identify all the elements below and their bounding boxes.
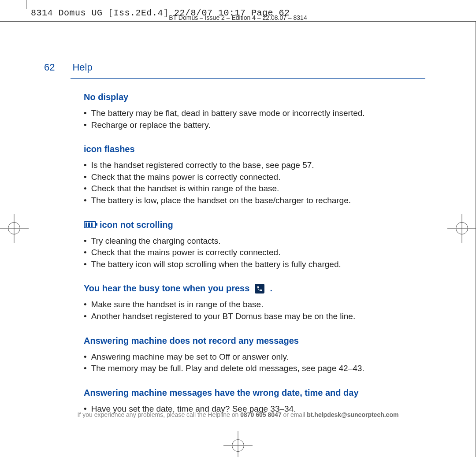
subheading-icon-not-scrolling: icon not scrolling <box>84 220 425 230</box>
crop-mark <box>0 21 26 22</box>
footer-text-mid: or email <box>283 411 307 418</box>
page-number: 62 <box>44 62 55 73</box>
subheading-am-wrong-date: Answering machine messages have the wron… <box>84 388 425 398</box>
title-rule <box>71 78 425 79</box>
list-no-display: The battery may be flat, dead in battery… <box>84 108 425 131</box>
subheading-am-no-record: Answering machine does not record any me… <box>84 336 425 346</box>
footer-text-pre: If you experience any problems, please c… <box>78 411 241 418</box>
list-am-no-record: Answering machine may be set to Off or a… <box>84 351 425 375</box>
list-item: The battery icon will stop scrolling whe… <box>84 259 425 271</box>
call-key-icon <box>255 284 264 294</box>
list-item: The battery may be flat, dead in battery… <box>84 108 425 119</box>
subheading-busy-tone: You hear the busy tone when you press . <box>84 283 425 294</box>
list-item: Another handset registered to your BT Do… <box>84 311 425 323</box>
list-item: Check that the mains power is correctly … <box>84 171 425 183</box>
list-item: Answering machine may be set to Off or a… <box>84 351 425 363</box>
list-item: Recharge or replace the battery. <box>84 119 425 131</box>
doc-version-header: BT Domus – Issue 2 – Edition 4 – 22.08.0… <box>0 14 476 21</box>
list-item: Make sure the handset is in range of the… <box>84 299 425 311</box>
subheading-text-b: . <box>270 283 272 294</box>
list-item: Check that the mains power is correctly … <box>84 247 425 259</box>
list-item: Is the handset registered correctly to t… <box>84 160 425 171</box>
subheading-no-display: No display <box>84 92 425 102</box>
list-item: Try cleaning the charging contacts. <box>84 235 425 247</box>
footer-help: If you experience any problems, please c… <box>0 411 476 418</box>
subheading-icon-flashes: icon flashes <box>84 144 425 154</box>
subheading-text: icon not scrolling <box>100 220 173 230</box>
list-busy-tone: Make sure the handset is in range of the… <box>84 299 425 322</box>
battery-icon <box>84 221 96 228</box>
list-icon-not-scrolling: Try cleaning the charging contacts. Chec… <box>84 235 425 271</box>
page-content: 62 Help No display The battery may be fl… <box>44 62 425 415</box>
list-icon-flashes: Is the handset registered correctly to t… <box>84 160 425 206</box>
subheading-text: icon flashes <box>84 144 135 154</box>
list-item: Check that the handset is within range o… <box>84 183 425 195</box>
list-item: The memory may be full. Play and delete … <box>84 363 425 375</box>
subheading-text-a: You hear the busy tone when you press <box>84 283 249 294</box>
footer-phone: 0870 605 8047 <box>240 411 281 418</box>
footer-email: bt.helpdesk@suncorptech.com <box>307 411 398 418</box>
section-title: Help <box>72 62 92 73</box>
crop-mark <box>26 0 26 9</box>
list-item: The battery is low, place the handset on… <box>84 195 425 207</box>
